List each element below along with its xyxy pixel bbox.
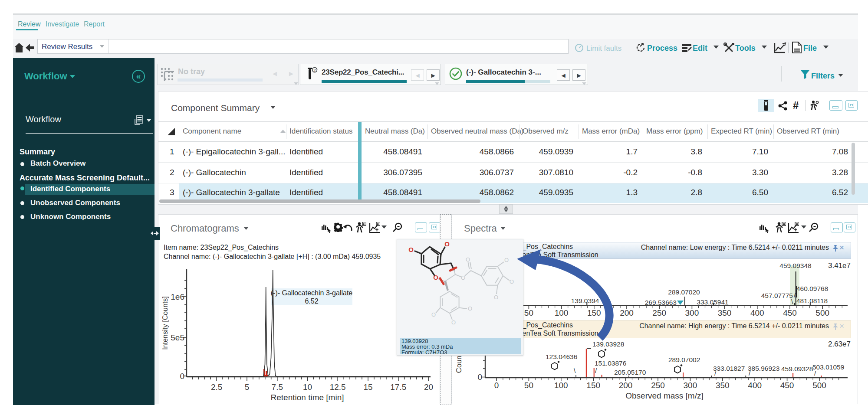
svg-text:500: 500 (815, 308, 829, 317)
svg-text:Intensity [Counts]: Intensity [Counts] (161, 296, 169, 350)
svg-text:0: 0 (494, 381, 499, 390)
svg-text:/: / (794, 291, 796, 299)
svg-text:0: 0 (477, 373, 482, 382)
svg-text:385.96923: 385.96923 (748, 365, 779, 372)
svg-text:0: 0 (180, 372, 184, 381)
svg-text:5: 5 (245, 382, 250, 392)
svg-text:269.53663: 269.53663 (645, 299, 677, 306)
svg-text:503.01059: 503.01059 (812, 363, 844, 371)
svg-text:3.41e7: 3.41e7 (828, 261, 851, 270)
svg-text:250: 250 (651, 381, 665, 390)
svg-text:100: 100 (554, 381, 568, 390)
svg-text:O: O (451, 319, 456, 326)
svg-text:500: 500 (812, 381, 826, 390)
svg-text:457.07775: 457.07775 (761, 292, 793, 299)
svg-text:300: 300 (684, 381, 697, 390)
svg-text:?: ? (313, 68, 316, 72)
svg-text:205.05170: 205.05170 (614, 369, 646, 376)
svg-text:Observed mass [m/z]: Observed mass [m/z] (625, 391, 704, 400)
svg-text:400: 400 (748, 381, 762, 390)
svg-text:459.09328: 459.09328 (781, 365, 813, 373)
svg-text:O: O (468, 305, 472, 312)
svg-text:12.5: 12.5 (330, 382, 346, 392)
svg-text:460.09768: 460.09768 (796, 285, 828, 292)
svg-text:350: 350 (716, 381, 730, 390)
svg-text:333.01827: 333.01827 (713, 365, 745, 372)
svg-text:20: 20 (424, 382, 433, 392)
svg-text:/: / (714, 369, 717, 377)
svg-text:Coun: Coun (455, 356, 463, 373)
svg-text:5e5: 5e5 (171, 333, 184, 342)
svg-text:333.05941: 333.05941 (697, 298, 728, 306)
svg-text:15: 15 (363, 382, 372, 392)
svg-text:/: / (814, 369, 816, 377)
svg-text:459.09348: 459.09348 (779, 262, 811, 269)
svg-text:200: 200 (619, 381, 633, 390)
svg-text:289.07020: 289.07020 (668, 288, 700, 296)
svg-text:350: 350 (718, 308, 732, 317)
svg-text:50: 50 (524, 381, 533, 390)
svg-text:O: O (431, 311, 436, 318)
svg-text:300: 300 (685, 308, 699, 317)
svg-text:481.08118: 481.08118 (796, 297, 828, 304)
svg-text:O: O (466, 256, 470, 263)
svg-text:450: 450 (780, 381, 794, 390)
svg-text:2.63e7: 2.63e7 (828, 340, 851, 348)
svg-text:10: 10 (303, 382, 312, 392)
svg-text:17.5: 17.5 (390, 382, 406, 392)
svg-text:O: O (494, 294, 498, 301)
svg-text:\: \ (791, 298, 793, 305)
svg-text:O: O (433, 274, 438, 281)
svg-text:O: O (408, 246, 414, 253)
svg-text:O: O (461, 274, 465, 281)
svg-text:Retention time [min]: Retention time [min] (271, 393, 344, 402)
svg-text:/: / (749, 369, 751, 377)
svg-text:150: 150 (586, 381, 600, 390)
svg-text:1e6: 1e6 (171, 292, 184, 301)
svg-text:450: 450 (783, 308, 797, 317)
svg-text:2.5: 2.5 (211, 382, 222, 392)
svg-text:\: \ (574, 367, 576, 374)
svg-text:/: / (595, 367, 597, 374)
svg-text:400: 400 (750, 308, 764, 317)
svg-text:289.07002: 289.07002 (668, 356, 700, 363)
svg-text:7.5: 7.5 (272, 382, 283, 392)
svg-text:O: O (444, 240, 450, 248)
svg-text:250: 250 (652, 308, 666, 317)
